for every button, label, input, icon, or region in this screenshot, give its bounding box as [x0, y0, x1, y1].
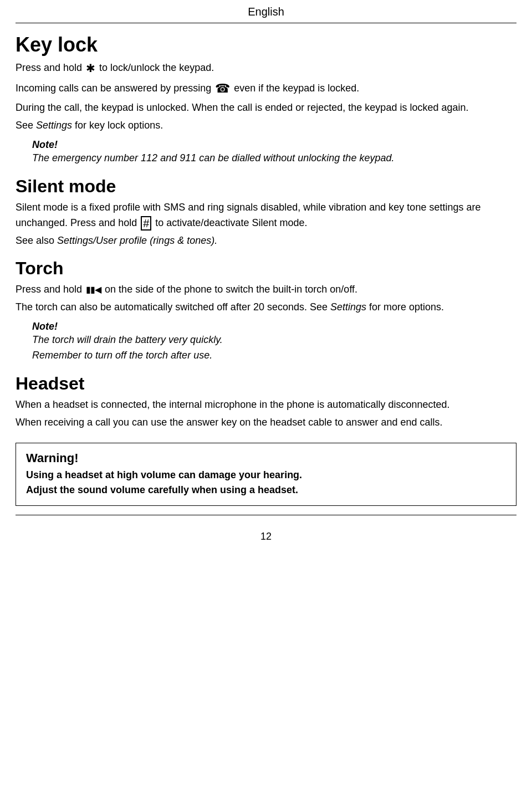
- settings-link-torch[interactable]: Settings: [330, 301, 366, 313]
- warning-line1: Using a headset at high volume can damag…: [26, 468, 506, 483]
- language-label: English: [248, 6, 284, 18]
- silent-mode-title: Silent mode: [16, 176, 516, 197]
- torch-note: Note! The torch will drain the battery v…: [32, 321, 516, 363]
- torch-note-label: Note!: [32, 321, 58, 332]
- torch-para1: Press and hold ▮▮◀ on the side of the ph…: [16, 282, 516, 298]
- silent-mode-para2: See also Settings/User profile (rings & …: [16, 233, 516, 249]
- key-lock-para3: During the call, the keypad is unlocked.…: [16, 100, 516, 116]
- phone-icon: ☎: [215, 79, 230, 98]
- headset-title: Headset: [16, 373, 516, 394]
- page: English Key lock Press and hold ✱ to loc…: [0, 0, 532, 809]
- key-lock-note-text: The emergency number 112 and 911 can be …: [32, 152, 394, 163]
- key-lock-para1: Press and hold ✱ to lock/unlock the keyp…: [16, 60, 516, 77]
- hash-icon: #: [141, 216, 151, 231]
- key-lock-para4: See Settings for key lock options.: [16, 118, 516, 134]
- key-lock-para2: Incoming calls can be answered by pressi…: [16, 79, 516, 98]
- key-lock-note: Note! The emergency number 112 and 911 c…: [32, 139, 516, 166]
- torch-para2: The torch can also be automatically swit…: [16, 300, 516, 315]
- page-footer: 12: [16, 525, 516, 542]
- settings-link-keylock[interactable]: Settings: [36, 120, 72, 131]
- silent-mode-italic-link: Settings/User profile (rings & tones).: [57, 235, 217, 246]
- torch-note-line1: The torch will drain the battery very qu…: [32, 334, 223, 345]
- page-number: 12: [260, 531, 272, 542]
- page-header: English: [16, 0, 516, 23]
- headset-para1: When a headset is connected, the interna…: [16, 397, 516, 413]
- volume-key-icon: ▮▮◀: [86, 283, 101, 297]
- warning-title: Warning!: [26, 451, 506, 465]
- warning-line2: Adjust the sound volume carefully when u…: [26, 483, 506, 498]
- key-lock-note-label: Note!: [32, 139, 58, 150]
- footer-divider: [16, 515, 516, 515]
- torch-title: Torch: [16, 258, 516, 279]
- key-lock-title: Key lock: [16, 33, 516, 57]
- warning-box: Warning! Using a headset at high volume …: [16, 443, 516, 506]
- torch-note-line2: Remember to turn off the torch after use…: [32, 350, 212, 361]
- headset-para2: When receiving a call you can use the an…: [16, 415, 516, 431]
- key-lock-icon: ✱: [86, 60, 95, 77]
- silent-mode-para1: Silent mode is a fixed profile with SMS …: [16, 200, 516, 231]
